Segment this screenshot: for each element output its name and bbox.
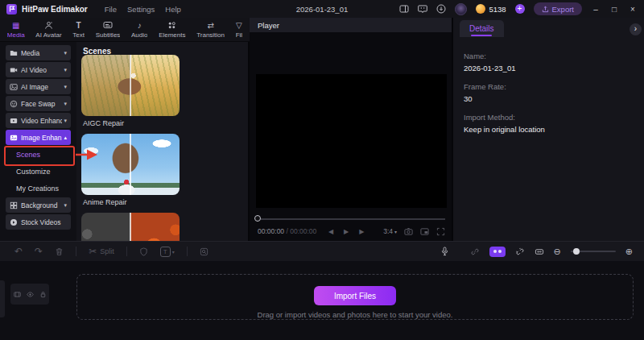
subtitles-icon: [103, 21, 113, 31]
menu-help[interactable]: Help: [165, 5, 181, 14]
tab-filters[interactable]: ▽ Fil: [230, 21, 248, 39]
caret-down-icon: ▾: [64, 202, 67, 209]
import-hint: Drag or import videos and photos here to…: [77, 310, 633, 319]
sidebar-subitem-my-creations[interactable]: My Creations: [6, 180, 71, 196]
app-logo-icon: [6, 4, 17, 15]
zoom-in-icon[interactable]: ⊕: [625, 247, 633, 256]
scene-thumbnail-aigc-repair[interactable]: [81, 55, 180, 116]
tab-media[interactable]: ▦ Media: [2, 21, 30, 39]
feedback-icon[interactable]: [418, 4, 427, 14]
fit-timeline-icon[interactable]: [535, 247, 544, 256]
menu-settings[interactable]: Settings: [127, 5, 155, 14]
tab-audio[interactable]: ♪ Audio: [126, 21, 153, 39]
delete-icon[interactable]: [55, 247, 64, 256]
player-seekbar[interactable]: [258, 218, 445, 220]
tab-details[interactable]: Details: [460, 20, 504, 37]
snap-toggle[interactable]: [489, 247, 506, 257]
hide-track-icon[interactable]: [27, 291, 34, 298]
layout-icon[interactable]: [399, 4, 409, 14]
text-tool-icon: T: [160, 247, 171, 257]
player-panel: Player 00:00:00 / 00:00:00 ◀ ▶ ▶ 3:4 ▾: [250, 18, 453, 241]
sidebar-item-background[interactable]: Background ▾: [6, 197, 71, 213]
lock-track-icon[interactable]: [39, 291, 47, 298]
user-avatar[interactable]: [455, 3, 467, 15]
face-icon: [10, 100, 18, 108]
scene-thumbnail-colorize[interactable]: [81, 213, 180, 241]
tab-text[interactable]: T Text: [67, 21, 89, 39]
redo-icon[interactable]: ↷: [35, 247, 43, 256]
sidebar-item-media[interactable]: Media ▾: [6, 45, 71, 60]
sidebar-item-ai-image[interactable]: AI Image ▾: [6, 79, 71, 94]
timeline-toolbar-right: ⊖ ⊕: [440, 247, 644, 257]
audio-icon: ♪: [138, 21, 142, 31]
link-icon[interactable]: [470, 247, 480, 256]
image-icon: [10, 83, 18, 91]
prev-frame-icon[interactable]: ◀: [328, 228, 333, 235]
sidebar-item-face-swap[interactable]: Face Swap ▾: [6, 96, 71, 111]
maximize-button[interactable]: □: [609, 5, 619, 14]
zoom-slider-knob[interactable]: [573, 248, 580, 255]
import-files-button[interactable]: Import Files: [314, 286, 396, 305]
split-button[interactable]: ✂ Split: [89, 247, 114, 256]
detail-field-name: Name: 2026-01-23_01: [464, 52, 636, 73]
sidebar-item-ai-video[interactable]: AI Video ▾: [6, 62, 71, 77]
transition-icon: ⇄: [207, 21, 213, 31]
caret-up-icon: ▴: [64, 135, 67, 141]
crop-icon[interactable]: [200, 247, 208, 256]
text-tool-button[interactable]: T ▾: [160, 247, 175, 257]
next-frame-icon[interactable]: ▶: [359, 228, 364, 235]
minimize-button[interactable]: –: [591, 5, 601, 14]
timeline-zoom-slider[interactable]: [571, 251, 616, 252]
mask-icon[interactable]: [139, 247, 148, 256]
player-seek-knob[interactable]: [254, 215, 261, 222]
undo-icon[interactable]: ↶: [14, 247, 23, 256]
tab-subtitles[interactable]: Subtitles: [90, 21, 126, 39]
scenes-panel: Scenes AIGC Repair Anime Repair: [76, 42, 250, 241]
hitpaw-edimakor-window: { "colors": { "accent": "#9b4cf5", "coin…: [0, 0, 644, 340]
close-button[interactable]: ×: [628, 5, 638, 14]
transport-controls: ◀ ▶ ▶: [328, 228, 364, 235]
sidebar-item-video-enhancer[interactable]: Video Enhancer ▾: [6, 113, 71, 128]
export-button[interactable]: Export: [534, 2, 582, 15]
unlink-icon[interactable]: [515, 247, 525, 256]
sidebar: Media ▾ AI Video ▾ AI Image ▾ Face Swap …: [0, 42, 76, 241]
details-panel: Details Name: 2026-01-23_01 Frame Rate: …: [453, 18, 644, 241]
sidebar-item-stock-videos[interactable]: Stock Videos: [6, 214, 71, 230]
titlebar-actions: 5138 + Export – □ ×: [399, 2, 638, 15]
tab-ai-avatar[interactable]: AI Avatar: [30, 21, 67, 39]
player-title: Player: [258, 21, 279, 30]
download-icon[interactable]: [436, 4, 446, 14]
sidebar-subitem-scenes[interactable]: Scenes: [6, 147, 71, 162]
menu-file[interactable]: File: [105, 5, 117, 14]
zoom-out-icon[interactable]: ⊖: [554, 247, 561, 256]
titlebar: HitPaw Edimakor File Settings Help 2026-…: [0, 0, 644, 18]
timeline-area: Import Files Drag or import videos and p…: [0, 261, 644, 340]
timeline-edge-handle[interactable]: [0, 280, 5, 317]
details-fields: Name: 2026-01-23_01 Frame Rate: 30 Impor…: [464, 52, 636, 143]
aspect-ratio-select[interactable]: 3:4 ▾: [383, 227, 397, 235]
tab-transition[interactable]: ⇄ Transition: [191, 21, 230, 39]
import-drop-zone[interactable]: Import Files Drag or import videos and p…: [76, 274, 634, 320]
coin-balance[interactable]: 5138: [476, 4, 506, 14]
add-coins-button[interactable]: +: [515, 4, 525, 14]
track-icon[interactable]: [14, 291, 21, 298]
play-circle-icon: [10, 218, 18, 226]
sidebar-subitem-customize[interactable]: Customize: [6, 164, 71, 179]
timeline-toolbar-left: ↶ ↷ ✂ Split T ▾: [0, 247, 208, 257]
track-header: [10, 284, 49, 305]
caret-down-icon: ▾: [64, 118, 67, 124]
snapshot-icon[interactable]: [404, 227, 413, 236]
play-icon[interactable]: ▶: [344, 228, 349, 235]
video-preview[interactable]: [256, 74, 447, 208]
text-icon: T: [76, 21, 81, 31]
scissors-icon: ✂: [89, 247, 97, 256]
filters-icon: ▽: [236, 21, 242, 31]
app-title: HitPaw Edimakor: [22, 5, 88, 14]
mini-player-icon[interactable]: [420, 227, 429, 236]
sidebar-item-image-enhancer[interactable]: Image Enhan... ▴: [6, 130, 71, 145]
tabbar-scroll-right-button[interactable]: ›: [630, 23, 642, 35]
scene-thumbnail-anime-repair[interactable]: [81, 134, 180, 195]
voiceover-mic-icon[interactable]: [440, 247, 449, 256]
tab-elements[interactable]: Elements: [153, 21, 191, 39]
fullscreen-icon[interactable]: [436, 227, 445, 236]
